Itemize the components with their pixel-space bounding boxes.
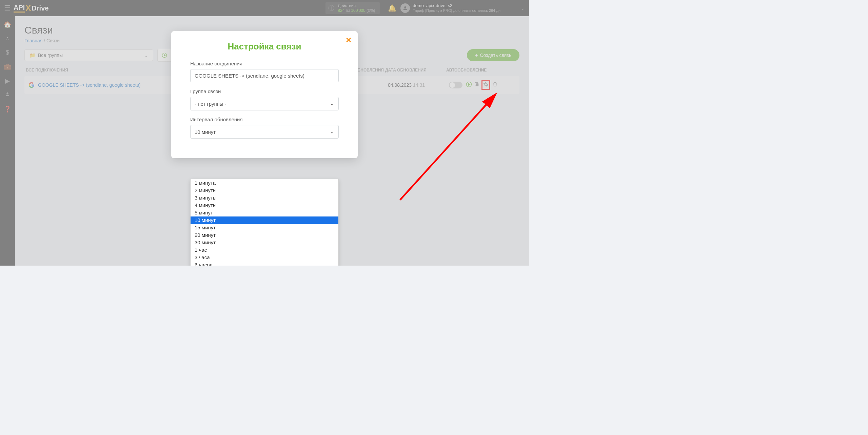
interval-option[interactable]: 3 минуты (191, 194, 338, 202)
connection-settings-modal: ✕ Настройка связи Название соединения Гр… (171, 31, 358, 158)
interval-option[interactable]: 1 час (191, 246, 338, 254)
interval-option[interactable]: 6 часов (191, 261, 338, 266)
close-icon[interactable]: ✕ (346, 36, 352, 45)
interval-option[interactable]: 20 минут (191, 231, 338, 239)
interval-option[interactable]: 4 минуты (191, 202, 338, 209)
interval-dropdown: 1 минута2 минуты3 минуты4 минуты5 минут1… (190, 179, 339, 266)
label-group: Группа связи (190, 88, 339, 94)
interval-option[interactable]: 2 минуты (191, 187, 338, 194)
interval-option[interactable]: 3 часа (191, 254, 338, 261)
interval-option[interactable]: 15 минут (191, 224, 338, 231)
modal-title: Настройка связи (190, 41, 339, 52)
chevron-down-icon: ⌄ (330, 129, 334, 135)
interval-option[interactable]: 5 минут (191, 209, 338, 216)
label-connection-name: Название соединения (190, 61, 339, 66)
group-select-field[interactable]: - нет группы - ⌄ (190, 97, 339, 110)
interval-option[interactable]: 1 минута (191, 179, 338, 187)
interval-option[interactable]: 10 минут (191, 216, 338, 224)
interval-select-field[interactable]: 10 минут ⌄ (190, 125, 339, 139)
label-interval: Интервал обновления (190, 117, 339, 122)
interval-option[interactable]: 30 минут (191, 239, 338, 246)
connection-name-input[interactable] (190, 69, 339, 82)
chevron-down-icon: ⌄ (330, 101, 334, 107)
